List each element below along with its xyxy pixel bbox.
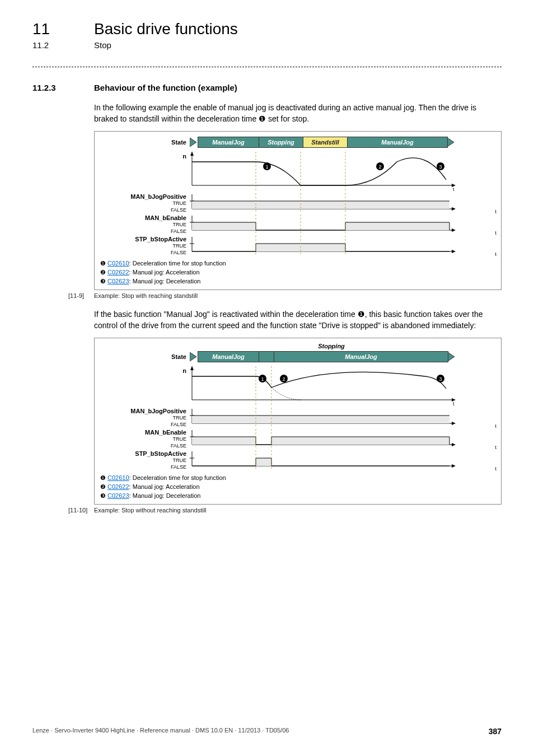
svg-marker-19: [452, 207, 456, 211]
legend-bullet-3: ❸: [100, 492, 106, 499]
legend-text-2: : Manual jog: Acceleration: [129, 483, 200, 490]
svg-text:2: 2: [378, 164, 381, 170]
diagram-stop-without-standstill: Stopping State ManualJog ManualJog n 1 2…: [94, 338, 502, 505]
state-arrow-end-icon: [448, 351, 456, 362]
svg-text:3: 3: [439, 164, 442, 170]
link-c02623[interactable]: C02623: [107, 492, 129, 499]
diagram-legend: ❶ C02610: Deceleration time for stop fun…: [100, 259, 495, 286]
figure-number: [11-9]: [68, 292, 94, 299]
svg-rect-28: [192, 222, 256, 230]
state-manualjog-2: ManualJog: [274, 351, 448, 362]
svg-rect-67: [192, 437, 256, 445]
state-arrow-icon: [190, 137, 198, 148]
legend-bullet-1: ❶: [100, 474, 106, 481]
intro-paragraph-2: If the basic function "Manual Jog" is re…: [94, 309, 502, 331]
signal-chart-jogpos: [190, 193, 456, 212]
svg-marker-42: [448, 352, 455, 361]
intro-paragraph-1: In the following example the enable of m…: [94, 102, 502, 124]
signal-chart-enable: [190, 214, 456, 234]
subsection-title: Behaviour of the function (example): [94, 83, 237, 92]
false-label: FALSE: [100, 421, 186, 428]
subsection-heading: 11.2.3 Behaviour of the function (exampl…: [32, 83, 502, 92]
legend-bullet-1: ❶: [100, 260, 106, 267]
state-arrow-icon: [190, 351, 198, 362]
true-label: TRUE: [100, 200, 186, 207]
separator: [32, 67, 502, 67]
state-manualjog-1: ManualJog: [198, 137, 259, 148]
svg-rect-75: [256, 458, 271, 466]
svg-text:1: 1: [261, 376, 264, 382]
svg-rect-68: [271, 437, 449, 445]
true-label: TRUE: [100, 436, 186, 442]
t-axis-label: t: [495, 466, 496, 472]
section-number: 11.2: [32, 40, 94, 50]
t-axis-label: t: [495, 423, 496, 429]
svg-text:t: t: [453, 186, 455, 192]
figure-caption-1: [11-9] Example: Stop with reaching stand…: [68, 292, 502, 299]
footer-text: Lenze · Servo-Inverter 9400 HighLine · R…: [32, 727, 289, 736]
svg-text:1: 1: [265, 164, 268, 170]
legend-bullet-2: ❷: [100, 483, 106, 490]
svg-marker-36: [452, 250, 456, 253]
legend-bullet-3: ❸: [100, 278, 106, 284]
diagram-legend-2: ❶ C02610: Deceleration time for stop fun…: [100, 474, 495, 501]
svg-marker-74: [452, 464, 456, 468]
n-axis-label: n: [100, 366, 190, 407]
svg-marker-3: [190, 152, 194, 156]
figure-caption-text: Example: Stop without reaching standstil…: [94, 507, 207, 514]
svg-marker-66: [452, 443, 456, 446]
false-label: FALSE: [100, 249, 186, 256]
svg-rect-20: [192, 201, 449, 209]
t-axis-label: t: [495, 230, 496, 236]
state-row-label: State: [100, 353, 190, 360]
svg-text:2: 2: [282, 376, 285, 382]
legend-text-2: : Manual jog: Acceleration: [129, 269, 200, 276]
svg-marker-59: [452, 422, 456, 425]
link-c02610[interactable]: C02610: [107, 260, 129, 267]
state-stopping: Stopping: [259, 137, 303, 148]
n-curve-chart-2: 1 2 3 t: [190, 366, 456, 407]
signal-name-stopactive: STP_bStopActive: [100, 236, 186, 242]
svg-rect-60: [192, 416, 449, 423]
false-label: FALSE: [100, 442, 186, 449]
state-stopping-narrow: [259, 351, 274, 362]
n-curve-chart: 1 2 3 t: [190, 152, 456, 192]
legend-text-3: : Manual jog: Deceleration: [129, 278, 201, 284]
state-arrow-end-icon: [447, 137, 455, 148]
true-label: TRUE: [100, 221, 186, 228]
svg-rect-29: [345, 222, 449, 230]
t-axis-label: t: [495, 209, 496, 214]
signal-name-enable: MAN_bEnable: [100, 429, 186, 436]
link-c02623[interactable]: C02623: [107, 278, 129, 284]
figure-caption-2: [11-10] Example: Stop without reaching s…: [68, 507, 502, 514]
n-axis-label: n: [100, 152, 190, 192]
true-label: TRUE: [100, 457, 186, 464]
legend-text-1: : Deceleration time for stop function: [129, 260, 226, 267]
svg-marker-44: [190, 366, 194, 370]
link-c02622[interactable]: C02622: [107, 483, 129, 490]
state-manualjog-1: ManualJog: [198, 351, 259, 362]
state-standstill: Standstill: [303, 137, 348, 148]
subsection-number: 11.2.3: [32, 83, 94, 92]
true-label: TRUE: [100, 414, 186, 421]
legend-bullet-2: ❷: [100, 269, 106, 276]
signal-name-enable: MAN_bEnable: [100, 214, 186, 221]
link-c02622[interactable]: C02622: [107, 269, 129, 276]
figure-number: [11-10]: [68, 507, 94, 514]
svg-marker-41: [190, 352, 196, 361]
signal-name-jogpos: MAN_bJogPositive: [100, 193, 186, 200]
section-heading: 11.2 Stop: [32, 40, 502, 50]
chapter-title: Basic drive functions: [94, 20, 238, 38]
false-label: FALSE: [100, 228, 186, 235]
t-axis-label: t: [495, 251, 496, 257]
false-label: FALSE: [100, 207, 186, 213]
chapter-heading: 11 Basic drive functions: [32, 20, 502, 38]
signal-chart-stopactive: [190, 236, 456, 255]
legend-text-3: : Manual jog: Deceleration: [129, 492, 201, 499]
link-c02610[interactable]: C02610: [107, 474, 129, 481]
signal-chart-jogpos-2: [190, 408, 456, 427]
section-title: Stop: [94, 40, 111, 50]
state-row-label: State: [100, 139, 190, 146]
signal-chart-enable-2: [190, 429, 456, 448]
chapter-number: 11: [32, 20, 94, 38]
